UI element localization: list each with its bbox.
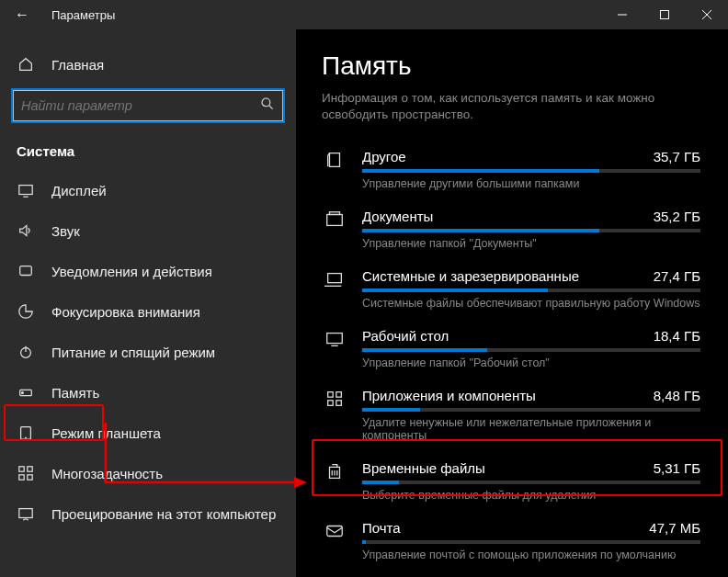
sidebar-item-storage[interactable]: Память xyxy=(0,372,296,413)
storage-item-size: 5,31 ГБ xyxy=(654,460,700,476)
svg-point-12 xyxy=(22,392,24,394)
minimize-button[interactable] xyxy=(601,0,643,29)
svg-rect-6 xyxy=(19,186,32,195)
svg-rect-22 xyxy=(328,274,342,283)
sidebar-item-sound[interactable]: Звук xyxy=(0,210,296,251)
storage-item-desc: Системные файлы обеспечивают правильную … xyxy=(362,297,700,310)
search-input[interactable] xyxy=(13,90,283,121)
titlebar: ← Параметры xyxy=(0,0,728,29)
search-input-field[interactable] xyxy=(21,98,260,113)
svg-rect-30 xyxy=(327,526,343,537)
storage-bar xyxy=(362,229,700,232)
storage-icon xyxy=(17,383,35,402)
storage-bar xyxy=(362,288,700,292)
system-icon xyxy=(324,268,346,290)
sidebar-item-projecting[interactable]: Проецирование на этот компьютер xyxy=(0,493,296,534)
svg-rect-24 xyxy=(327,334,343,344)
tablet-icon xyxy=(17,424,35,442)
storage-item[interactable]: Почта47,7 МБУправление почтой с помощью … xyxy=(322,511,702,571)
sidebar-home[interactable]: Главная xyxy=(0,44,296,85)
sidebar-item-focus[interactable]: Фокусировка внимания xyxy=(0,291,296,332)
content-panel: Память Информация о том, как используетс… xyxy=(296,29,728,577)
svg-rect-15 xyxy=(19,467,24,471)
sidebar-item-tablet[interactable]: Режим планшета xyxy=(0,413,296,453)
storage-item-size: 8,48 ГБ xyxy=(654,388,700,403)
storage-item-name: Системные и зарезервированные xyxy=(362,268,579,284)
storage-bar xyxy=(362,408,700,412)
storage-item-name: Почта xyxy=(362,520,401,536)
storage-item[interactable]: Документы35,2 ГБУправление папкой "Докум… xyxy=(322,199,702,259)
display-icon xyxy=(17,181,35,199)
sidebar: Главная Система Дисплей Звук Уведомления… xyxy=(0,29,296,577)
storage-item-desc: Управление папкой "Рабочий стол" xyxy=(362,356,700,369)
svg-rect-26 xyxy=(328,392,334,398)
sidebar-item-label: Дисплей xyxy=(51,183,107,198)
multitask-icon xyxy=(17,464,35,482)
svg-point-4 xyxy=(262,98,270,107)
svg-rect-27 xyxy=(336,392,342,398)
storage-item[interactable]: Системные и зарезервированные27,4 ГБСист… xyxy=(322,259,702,319)
page-title: Память xyxy=(322,51,702,81)
storage-item-desc: Управление другими большими папками xyxy=(362,177,700,190)
storage-item-size: 27,4 ГБ xyxy=(654,268,700,284)
storage-item[interactable]: Другое35,7 ГБУправление другими большими… xyxy=(322,140,702,199)
sidebar-item-display[interactable]: Дисплей xyxy=(0,170,296,210)
documents-icon xyxy=(324,209,346,231)
storage-item-name: Приложения и компоненты xyxy=(362,388,536,403)
storage-bar xyxy=(362,169,700,173)
sidebar-home-label: Главная xyxy=(51,57,104,73)
close-button[interactable] xyxy=(686,0,728,29)
svg-rect-28 xyxy=(328,401,334,406)
sidebar-item-label: Режим планшета xyxy=(51,425,161,441)
storage-item-size: 35,7 ГБ xyxy=(654,149,700,164)
storage-item-size: 47,7 МБ xyxy=(649,520,700,536)
power-icon xyxy=(17,343,35,361)
sidebar-item-label: Звук xyxy=(51,223,80,239)
apps-icon xyxy=(324,388,346,410)
storage-item[interactable]: Рабочий стол18,4 ГБУправление папкой "Ра… xyxy=(322,319,702,379)
svg-rect-8 xyxy=(20,266,32,276)
storage-item-name: Другое xyxy=(362,149,406,164)
storage-item-name: Документы xyxy=(362,209,433,224)
storage-item-desc: Удалите ненужные или нежелательные прило… xyxy=(362,416,700,442)
svg-rect-29 xyxy=(336,401,342,406)
svg-rect-16 xyxy=(28,467,32,471)
svg-rect-18 xyxy=(28,475,32,480)
sidebar-item-multitask[interactable]: Многозадачность xyxy=(0,453,296,493)
storage-bar xyxy=(362,540,700,544)
storage-item-desc: Управление папкой "Документы" xyxy=(362,237,700,250)
window-title: Параметры xyxy=(44,8,115,22)
storage-item-size: 35,2 ГБ xyxy=(654,209,700,224)
storage-item[interactable]: Временные файлы5,31 ГБВыберите временные… xyxy=(322,451,702,511)
sound-icon xyxy=(17,221,35,240)
storage-bar xyxy=(362,348,700,352)
search-icon xyxy=(260,96,275,115)
storage-item[interactable]: Приложения и компоненты8,48 ГБУдалите не… xyxy=(322,379,702,451)
focus-icon xyxy=(17,302,35,321)
storage-item-desc: Управление почтой с помощью приложения п… xyxy=(362,549,700,561)
svg-line-5 xyxy=(269,106,273,109)
storage-item-desc: Выберите временные файлы для удаления xyxy=(362,489,700,502)
storage-item-name: Рабочий стол xyxy=(362,328,449,344)
sidebar-item-label: Фокусировка внимания xyxy=(51,304,200,320)
page-subtitle: Информация о том, как используется памят… xyxy=(322,90,702,123)
sidebar-item-label: Проецирование на этот компьютер xyxy=(51,506,276,522)
sidebar-item-label: Многозадачность xyxy=(51,466,163,481)
sidebar-section-label: Система xyxy=(0,134,296,170)
svg-rect-21 xyxy=(330,212,340,215)
sidebar-item-label: Память xyxy=(51,385,99,401)
back-button[interactable]: ← xyxy=(0,6,44,23)
svg-rect-19 xyxy=(19,509,32,518)
maximize-button[interactable] xyxy=(643,0,686,29)
home-icon xyxy=(17,55,35,74)
trash-icon xyxy=(324,460,346,482)
sidebar-item-notifications[interactable]: Уведомления и действия xyxy=(0,251,296,291)
sidebar-item-power[interactable]: Питание и спящий режим xyxy=(0,332,296,372)
svg-rect-17 xyxy=(19,475,24,480)
sidebar-item-label: Питание и спящий режим xyxy=(51,345,215,360)
desktop-icon xyxy=(324,328,346,350)
svg-rect-1 xyxy=(661,11,669,19)
projecting-icon xyxy=(17,504,35,523)
storage-item-size: 18,4 ГБ xyxy=(654,328,700,344)
storage-item-name: Временные файлы xyxy=(362,460,485,476)
